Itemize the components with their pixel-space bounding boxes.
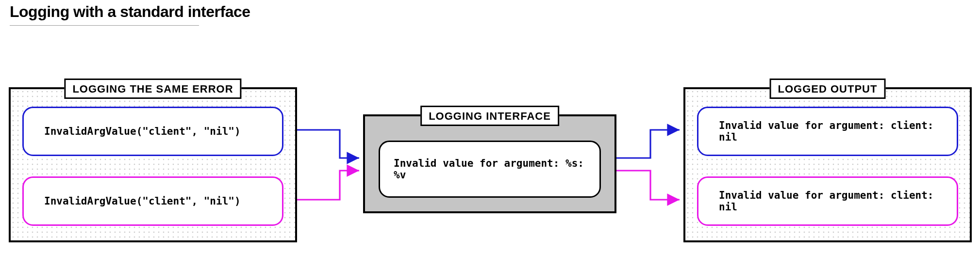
diagram-canvas: Logging with a standard interface LOGGIN… [0, 0, 980, 253]
left-codebox-top: InvalidArgValue("client", "nil") [22, 107, 283, 156]
panel-label-center: LOGGING INTERFACE [420, 106, 559, 126]
arrow-center-to-right-top [616, 130, 680, 158]
panel-logged-output: LOGGED OUTPUT Invalid value for argument… [683, 87, 972, 242]
diagram-title: Logging with a standard interface [10, 3, 250, 21]
title-underline [10, 25, 199, 26]
panel-logging-interface: LOGGING INTERFACE Invalid value for argu… [363, 114, 616, 213]
panel-label-left: LOGGING THE SAME ERROR [64, 79, 241, 99]
left-codebox-bottom: InvalidArgValue("client", "nil") [22, 176, 283, 226]
center-template-box: Invalid value for argument: %s: %v [379, 141, 601, 198]
arrow-left-top-to-center [297, 130, 359, 158]
arrow-left-bottom-to-center [297, 171, 359, 200]
right-codebox-bottom: Invalid value for argument: client: nil [697, 176, 958, 226]
right-codebox-top: Invalid value for argument: client: nil [697, 107, 958, 156]
panel-logging-same-error: LOGGING THE SAME ERROR InvalidArgValue("… [9, 87, 297, 242]
panel-label-right: LOGGED OUTPUT [770, 79, 886, 99]
arrow-center-to-right-bottom [616, 171, 680, 200]
